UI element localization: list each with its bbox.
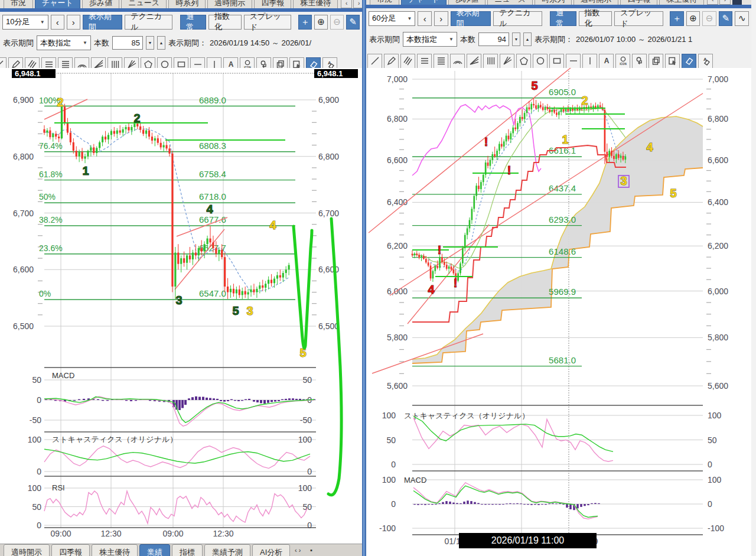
price-chart-left[interactable]: 6,9006,9006,8006,8006,7006,7006,6006,600… xyxy=(0,68,362,556)
ellipse-tool-icon[interactable] xyxy=(533,54,548,69)
tab-チャート[interactable]: チャート xyxy=(35,0,80,8)
timeframe-select[interactable]: 60分足 ▼ xyxy=(369,11,415,26)
svg-text:100: 100 xyxy=(382,475,396,485)
chart-canvas-left[interactable]: 6,9006,9006,8006,8006,7006,7006,6006,600… xyxy=(0,68,362,556)
next-button[interactable]: › xyxy=(67,15,80,30)
svg-text:23.6%: 23.6% xyxy=(39,243,63,253)
text-tool-icon[interactable]: A xyxy=(599,54,614,69)
svg-text:A: A xyxy=(604,57,609,65)
zoom-out-icon[interactable]: ⊖ xyxy=(330,15,344,30)
svg-text:!: ! xyxy=(507,164,511,177)
technical-button[interactable]: テクニカル xyxy=(493,11,542,26)
hseg-tool-icon[interactable] xyxy=(566,54,581,69)
rect-tool-icon[interactable] xyxy=(549,54,564,69)
tab-歩み値[interactable]: 歩み値 xyxy=(82,0,119,8)
pencil-icon[interactable]: ✎ xyxy=(346,15,360,30)
tab-四季報[interactable]: 四季報 xyxy=(620,0,657,5)
tab-市況[interactable]: 市況 xyxy=(4,0,33,8)
price-chart-right[interactable]: 7,0007,0006,8006,8006,6006,6006,4006,400… xyxy=(366,68,751,556)
vseg-tool-icon[interactable] xyxy=(582,54,597,69)
count-down-button[interactable]: ▼ xyxy=(146,36,154,50)
arc-tool-icon[interactable] xyxy=(450,54,465,69)
tab-株主優待[interactable]: 株主優待 xyxy=(293,0,338,8)
next-button[interactable]: › xyxy=(434,11,448,26)
copy-tool-icon[interactable] xyxy=(649,54,663,69)
pentagon-tool-icon[interactable] xyxy=(516,54,531,69)
fan2-tool-icon[interactable] xyxy=(500,54,514,69)
technical-button[interactable]: テクニカル xyxy=(125,15,172,30)
svg-text:5: 5 xyxy=(670,187,676,200)
prev-button[interactable]: ‹ xyxy=(418,11,432,26)
normal-button[interactable]: 通常 xyxy=(550,11,576,26)
count-mode-select[interactable]: 本数指定 ▼ xyxy=(37,35,91,50)
indexed-button[interactable]: 指数化 xyxy=(579,11,612,26)
tab-チャート[interactable]: チャート xyxy=(401,0,447,5)
vlines-tool-icon[interactable] xyxy=(483,54,498,69)
marker-tool-icon[interactable] xyxy=(384,54,399,69)
period-button[interactable]: 表示期間 xyxy=(83,15,122,30)
bottom-tab-株主優待[interactable]: 株主優待 xyxy=(92,544,138,556)
spread-button[interactable]: スプレッド xyxy=(614,11,663,26)
count-input[interactable]: 94 xyxy=(478,32,509,46)
parallel-tool-icon[interactable] xyxy=(400,54,415,69)
bottom-tab-適時開示[interactable]: 適時開示 xyxy=(4,544,50,556)
erasera-tool-icon[interactable]: A xyxy=(698,54,713,69)
timeframe-select[interactable]: 10分足 ▼ xyxy=(2,15,48,30)
tab-scroll-left-icon[interactable]: ‹ xyxy=(707,0,718,5)
count-input[interactable]: 85 xyxy=(112,36,143,50)
pencil-icon[interactable]: ✎ xyxy=(719,11,733,26)
tab-株主優待[interactable]: 株主優待 xyxy=(659,0,704,5)
icon1-tool-icon[interactable]: ICON xyxy=(615,54,630,69)
count-mode-select[interactable]: 本数指定 ▼ xyxy=(403,32,457,47)
indexed-button[interactable]: 指数化 xyxy=(208,15,242,30)
zoom-in-icon[interactable]: ⊕ xyxy=(314,15,328,30)
bottom-tab-四季報[interactable]: 四季報 xyxy=(51,544,90,556)
spread-button[interactable]: スプレッド xyxy=(244,15,292,30)
line-cursor-icon[interactable]: ∿ xyxy=(735,11,749,26)
pin-icon[interactable]: ▪ xyxy=(305,545,317,556)
bottom-tab-scroll-icon[interactable]: ‹ › xyxy=(292,545,304,556)
prev-button[interactable]: ‹ xyxy=(51,15,64,30)
svg-text:5,800: 5,800 xyxy=(387,333,408,342)
hand-tool-icon[interactable] xyxy=(665,54,680,69)
panel-divider[interactable] xyxy=(362,0,366,556)
bottom-tab-AI分析[interactable]: AI分析 xyxy=(252,544,290,556)
normal-button[interactable]: 通常 xyxy=(180,15,206,30)
h3-tool-icon[interactable] xyxy=(417,54,432,69)
count-up-button[interactable]: ▲ xyxy=(523,32,532,46)
window-resize-icon[interactable] xyxy=(732,0,742,5)
eraser-tool-icon[interactable] xyxy=(682,54,696,69)
chart-canvas-right[interactable]: 7,0007,0006,8006,8006,6006,6006,4006,400… xyxy=(366,68,751,556)
bottom-tab-業績[interactable]: 業績 xyxy=(139,544,170,556)
tab-四季報[interactable]: 四季報 xyxy=(254,0,291,8)
top-tab-bar: 市況チャート歩み値ニュース時系列適時開示四季報株主優待‹› xyxy=(366,0,751,5)
count-down-button[interactable]: ▼ xyxy=(512,32,520,46)
icon2-tool-icon[interactable] xyxy=(632,54,647,69)
bottom-tab-業績予測[interactable]: 業績予測 xyxy=(204,544,250,556)
period-button[interactable]: 表示期間 xyxy=(451,11,491,26)
zoom-out-icon[interactable]: ⊖ xyxy=(702,11,716,26)
bottom-tab-指標[interactable]: 指標 xyxy=(172,544,203,556)
zoom-in-icon[interactable]: ⊕ xyxy=(686,11,700,26)
tab-歩み値[interactable]: 歩み値 xyxy=(448,0,485,5)
fan-tool-icon[interactable] xyxy=(467,54,481,69)
tab-時系列[interactable]: 時系列 xyxy=(168,0,206,8)
crosshair-button[interactable]: ＋ xyxy=(670,11,684,26)
tab-scroll-right-icon[interactable]: › xyxy=(719,0,731,5)
svg-text:6808.3: 6808.3 xyxy=(199,141,226,151)
tab-ニュース[interactable]: ニュース xyxy=(487,0,533,5)
line-tool-icon[interactable] xyxy=(367,54,382,69)
tab-適時開示[interactable]: 適時開示 xyxy=(573,0,618,5)
svg-text:100: 100 xyxy=(708,411,722,420)
range-value: 2026/01/19 14:50 ～ 2026/01/ xyxy=(210,38,311,48)
tab-市況[interactable]: 市況 xyxy=(370,0,399,5)
count-up-button[interactable]: ▲ xyxy=(157,36,165,50)
crosshair-button[interactable]: ＋ xyxy=(298,15,312,30)
tab-scroll-left-icon[interactable]: ‹ xyxy=(341,0,352,8)
svg-text:6,700: 6,700 xyxy=(318,209,339,218)
tab-scroll-right-icon[interactable]: › xyxy=(353,0,362,8)
tab-ニュース[interactable]: ニュース xyxy=(121,0,167,8)
tab-適時開示[interactable]: 適時開示 xyxy=(207,0,252,8)
tab-時系列[interactable]: 時系列 xyxy=(535,0,572,5)
h4-tool-icon[interactable] xyxy=(434,54,448,69)
